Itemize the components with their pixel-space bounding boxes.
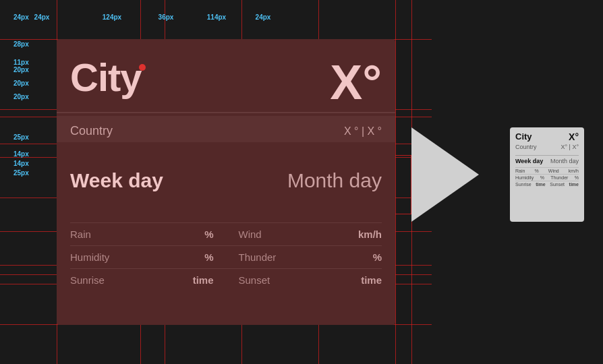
stat-rain: Rain % — [70, 229, 214, 240]
ruler-l6: 14px — [13, 150, 29, 159]
preview-stats: Rain % Wind km/h Humidity % Thunder % Su… — [515, 167, 579, 187]
month-day-label: Month day — [287, 169, 382, 192]
sunrise-value: time — [193, 274, 214, 286]
p-rain-val: % — [534, 169, 538, 173]
temperature-display: X° — [330, 58, 382, 107]
preview-temp: X° — [569, 131, 579, 142]
humidity-label: Humidity — [70, 251, 109, 263]
p-humidity-label: Humidity — [515, 175, 534, 180]
p-thunder-label: Thunder — [550, 175, 568, 180]
sunset-label: Sunset — [238, 274, 270, 286]
thunder-value: % — [373, 251, 382, 263]
ruler-l4: 20px — [13, 92, 29, 133]
ruler-left-col: 28px 11px 20px 20px 20px 25px 14px 14px … — [13, 39, 29, 185]
city-text: City — [70, 55, 142, 99]
ruler-t2: 36px — [154, 13, 178, 21]
accent-dot — [139, 64, 146, 71]
weather-card: City X° Country X ° | X ° Week day Month… — [57, 39, 395, 325]
p-wind-val: km/h — [569, 169, 579, 173]
stat-sunrise: Sunrise time — [70, 274, 214, 286]
p-rain-label: Rain — [515, 169, 525, 173]
stat-sunset: Sunset time — [238, 274, 382, 286]
guide-line-v6 — [395, 0, 396, 364]
ruler-top-row: 24px 124px 36px 114px 24px — [13, 13, 445, 21]
connector-line-bottom — [395, 214, 411, 214]
preview-country: Country — [515, 144, 537, 150]
ruler-l5: 25px — [13, 133, 29, 150]
sunset-value: time — [361, 274, 382, 286]
rain-label: Rain — [70, 229, 91, 240]
ruler-t3: 114px — [178, 13, 255, 21]
stats-section: Rain % Wind km/h Humidity % Thunder % — [57, 222, 395, 291]
sunrise-label: Sunrise — [70, 274, 105, 286]
city-name: City — [70, 58, 148, 97]
thunder-label: Thunder — [238, 251, 276, 263]
preview-stat-1: Rain % Wind km/h — [515, 167, 579, 174]
svg-marker-0 — [411, 127, 479, 222]
stat-wind: Wind km/h — [238, 229, 382, 240]
stat-row-2: Humidity % Thunder % — [70, 245, 382, 268]
main-layout: 24px 24px 124px 36px 114px 24px 28px 11p… — [0, 0, 603, 364]
preview-separator — [515, 155, 579, 156]
temp-value: X° — [330, 55, 382, 109]
ruler-l3: 20px — [13, 79, 29, 92]
ruler-l8: 25px — [13, 169, 29, 185]
header-separator — [57, 112, 395, 113]
p-humidity-val: % — [540, 175, 544, 180]
connector-line-top — [395, 155, 411, 156]
ruler-t1: 124px — [70, 13, 154, 21]
preview-day-row: Week day Month day — [515, 158, 579, 164]
stat-row-3: Sunrise time Sunset time — [70, 268, 382, 291]
ruler-t0: 24px — [13, 13, 70, 21]
p-wind-label: Wind — [548, 169, 559, 173]
preview-card: City X° Country X° | X° Week day Month d… — [510, 127, 584, 222]
ruler-l2: 20px — [13, 65, 29, 79]
preview-monthday: Month day — [550, 158, 579, 164]
ruler-t4: 24px — [255, 13, 271, 21]
preview-stat-2: Humidity % Thunder % — [515, 174, 579, 181]
card-header: City X° — [57, 39, 395, 107]
week-day-label: Week day — [70, 169, 163, 192]
ruler-l1: 11px — [13, 58, 29, 65]
preview-weekday: Week day — [515, 158, 543, 164]
p-sunrise-label: Sunrise — [515, 182, 532, 187]
temp-range-label: X ° | X ° — [344, 121, 382, 142]
p-sunset-val: time — [569, 182, 579, 187]
wind-label: Wind — [238, 229, 261, 240]
preview-temp-range: X° | X° — [561, 144, 579, 150]
humidity-value: % — [204, 251, 213, 263]
stat-row-1: Rain % Wind km/h — [70, 222, 382, 245]
stat-humidity: Humidity % — [70, 251, 214, 263]
arrow-connector — [411, 127, 510, 222]
p-sunset-label: Sunset — [550, 182, 565, 187]
wind-value: km/h — [358, 229, 382, 240]
p-sunrise-val: time — [536, 182, 545, 187]
rain-value: % — [204, 229, 213, 240]
preview-stat-3: Sunrise time Sunset time — [515, 181, 579, 187]
day-row: Week day Month day — [57, 156, 395, 192]
ruler-l0: 28px — [13, 39, 29, 58]
card-subheader: Country X ° | X ° — [57, 116, 395, 142]
preview-city-name: City — [515, 131, 532, 142]
p-thunder-val: % — [575, 175, 579, 180]
country-label: Country — [70, 120, 113, 142]
stat-thunder: Thunder % — [238, 251, 382, 263]
preview-header: City X° — [515, 131, 579, 142]
connector-line-vert — [411, 155, 411, 214]
ruler-l7: 14px — [13, 159, 29, 169]
